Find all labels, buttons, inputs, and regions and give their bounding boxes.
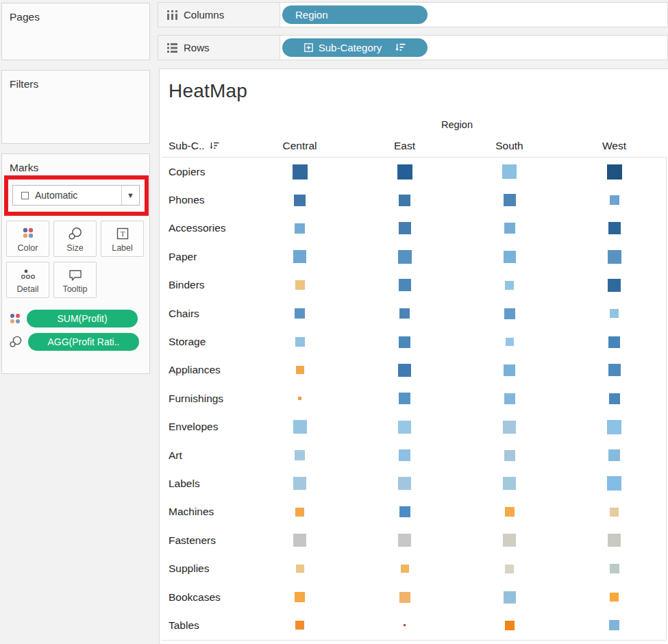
heatmap-cell[interactable] — [457, 554, 562, 582]
heatmap-cell[interactable] — [562, 356, 667, 384]
filters-shelf[interactable]: Filters — [1, 70, 150, 144]
row-label[interactable]: Copiers — [160, 166, 247, 178]
row-label[interactable]: Art — [160, 449, 247, 462]
heatmap-cell[interactable] — [352, 554, 457, 582]
heatmap-cell[interactable] — [562, 469, 667, 497]
heatmap-cell[interactable] — [457, 384, 562, 412]
column-header-east[interactable]: East — [352, 140, 457, 152]
heatmap-cell[interactable] — [247, 158, 352, 186]
row-label[interactable]: Appliances — [160, 364, 247, 376]
heatmap-cell[interactable] — [247, 214, 352, 243]
heatmap-cell[interactable] — [562, 186, 667, 214]
heatmap-cell[interactable] — [247, 243, 352, 271]
heatmap-cell[interactable] — [457, 356, 562, 384]
agg-profit-ratio-pill[interactable]: AGG(Profit Rati.. — [28, 333, 139, 351]
heatmap-cell[interactable] — [457, 158, 562, 186]
heatmap-cell[interactable] — [352, 469, 457, 497]
sort-descending-icon[interactable] — [395, 43, 406, 52]
heatmap-cell[interactable] — [457, 498, 562, 526]
rows-drop-area[interactable]: Sub-Category — [280, 36, 667, 60]
heatmap-cell[interactable] — [247, 299, 352, 327]
heatmap-cell[interactable] — [562, 611, 667, 639]
row-label[interactable]: Tables — [160, 619, 247, 632]
sort-descending-icon[interactable] — [210, 142, 219, 150]
row-label[interactable]: Machines — [160, 506, 247, 518]
heatmap-cell[interactable] — [457, 441, 562, 469]
row-label[interactable]: Supplies — [160, 562, 247, 575]
size-button[interactable]: Size — [53, 221, 97, 257]
row-label[interactable]: Phones — [160, 194, 247, 206]
heatmap-cell[interactable] — [352, 356, 457, 384]
heatmap-cell[interactable] — [562, 554, 667, 582]
heatmap-cell[interactable] — [247, 583, 352, 611]
row-label[interactable]: Accessories — [160, 222, 247, 234]
heatmap-cell[interactable] — [352, 299, 457, 327]
heatmap-cell[interactable] — [457, 327, 562, 356]
heatmap-cell[interactable] — [562, 158, 667, 186]
heatmap-cell[interactable] — [562, 271, 667, 299]
heatmap-cell[interactable] — [247, 186, 352, 214]
heatmap-cell[interactable] — [562, 327, 667, 356]
heatmap-cell[interactable] — [352, 526, 457, 554]
heatmap-cell[interactable] — [352, 384, 457, 412]
tooltip-button[interactable]: Tooltip — [53, 262, 97, 298]
column-header-central[interactable]: Central — [247, 140, 352, 152]
heatmap-cell[interactable] — [457, 243, 562, 271]
heatmap-cell[interactable] — [247, 356, 352, 384]
heatmap-cell[interactable] — [457, 214, 562, 243]
heatmap-cell[interactable] — [562, 498, 667, 526]
heatmap-cell[interactable] — [457, 469, 562, 497]
columns-drop-area[interactable]: Region — [280, 3, 667, 27]
heatmap-cell[interactable] — [457, 299, 562, 327]
row-label[interactable]: Binders — [160, 279, 247, 291]
heatmap-cell[interactable] — [247, 441, 352, 469]
column-header-west[interactable]: West — [562, 140, 667, 152]
heatmap-cell[interactable] — [562, 299, 667, 327]
heatmap-cell[interactable] — [352, 583, 457, 611]
row-label[interactable]: Chairs — [160, 308, 247, 320]
heatmap-cell[interactable] — [247, 611, 352, 639]
heatmap-cell[interactable] — [352, 158, 457, 186]
heatmap-cell[interactable] — [247, 384, 352, 412]
row-label[interactable]: Storage — [160, 336, 247, 348]
heatmap-cell[interactable] — [457, 186, 562, 214]
row-label[interactable]: Bookcases — [160, 591, 247, 604]
heatmap-cell[interactable] — [457, 526, 562, 554]
sub-category-pill[interactable]: Sub-Category — [282, 38, 428, 57]
heatmap-cell[interactable] — [352, 271, 457, 299]
detail-button[interactable]: Detail — [6, 262, 49, 298]
expand-icon[interactable] — [304, 43, 313, 52]
row-label[interactable]: Labels — [160, 478, 247, 490]
column-header-south[interactable]: South — [457, 140, 562, 152]
dropdown-caret-icon[interactable]: ▼ — [121, 186, 139, 205]
row-label[interactable]: Furnishings — [160, 393, 247, 405]
heatmap-cell[interactable] — [562, 526, 667, 554]
heatmap-cell[interactable] — [352, 413, 457, 441]
heatmap-cell[interactable] — [247, 327, 352, 356]
heatmap-cell[interactable] — [352, 214, 457, 243]
row-label[interactable]: Fasteners — [160, 534, 247, 547]
heatmap-cell[interactable] — [562, 243, 667, 271]
heatmap-cell[interactable] — [352, 327, 457, 356]
heatmap-cell[interactable] — [247, 498, 352, 526]
row-dimension-header[interactable]: Sub-C.. — [160, 140, 247, 152]
region-pill[interactable]: Region — [282, 5, 428, 24]
heatmap-cell[interactable] — [562, 413, 667, 441]
heatmap-cell[interactable] — [352, 441, 457, 469]
sum-profit-pill[interactable]: SUM(Profit) — [27, 310, 138, 327]
heatmap-cell[interactable] — [247, 526, 352, 554]
mark-type-dropdown[interactable]: Automatic ▼ — [12, 185, 140, 206]
heatmap-cell[interactable] — [457, 271, 562, 299]
row-label[interactable]: Envelopes — [160, 421, 247, 433]
heatmap-cell[interactable] — [562, 441, 667, 469]
heatmap-cell[interactable] — [247, 469, 352, 497]
heatmap-cell[interactable] — [247, 413, 352, 441]
color-button[interactable]: Color — [6, 221, 49, 257]
heatmap-cell[interactable] — [457, 583, 562, 611]
heatmap-cell[interactable] — [457, 413, 562, 441]
heatmap-cell[interactable] — [247, 271, 352, 299]
heatmap-cell[interactable] — [352, 186, 457, 214]
heatmap-cell[interactable] — [457, 611, 562, 639]
heatmap-cell[interactable] — [352, 243, 457, 271]
heatmap-cell[interactable] — [562, 214, 667, 243]
